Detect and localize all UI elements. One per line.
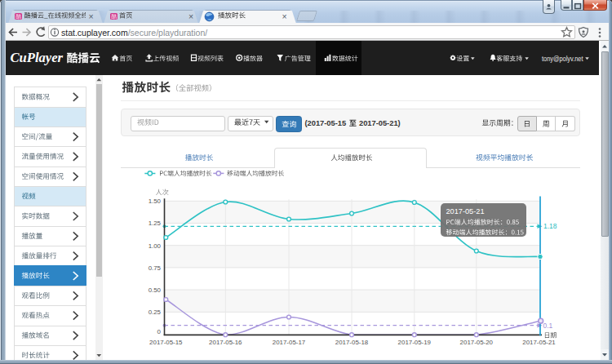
svg-text:2017-05-21): 2017-05-21) [359, 119, 401, 127]
svg-text:tony@polyv.net: tony@polyv.net [542, 55, 583, 63]
svg-text:0.75: 0.75 [149, 264, 162, 272]
svg-text:1.50: 1.50 [149, 198, 162, 205]
svg-text:2017-05-18: 2017-05-18 [335, 339, 369, 346]
svg-text:0.50: 0.50 [149, 286, 162, 294]
svg-text:CuPlayer: CuPlayer [11, 51, 64, 65]
svg-text:2017-05-16: 2017-05-16 [209, 339, 242, 346]
svg-text:1.00: 1.00 [149, 242, 162, 250]
svg-text:2017-05-17: 2017-05-17 [273, 339, 305, 346]
svg-text:2017-05-20: 2017-05-20 [460, 339, 494, 346]
svg-text:1.18: 1.18 [543, 222, 557, 230]
svg-text:2017-05-21: 2017-05-21 [522, 339, 555, 346]
svg-text:0: 0 [157, 328, 162, 335]
svg-text:0.25: 0.25 [149, 309, 162, 316]
svg-text:2017-05-15: 2017-05-15 [149, 339, 183, 346]
svg-text:0.1: 0.1 [543, 322, 553, 330]
svg-text:1.25: 1.25 [149, 220, 162, 227]
svg-text:2017-05-21: 2017-05-21 [446, 207, 485, 215]
svg-text:(2017-05-15: (2017-05-15 [305, 119, 347, 127]
svg-text:2017-05-19: 2017-05-19 [398, 339, 432, 346]
